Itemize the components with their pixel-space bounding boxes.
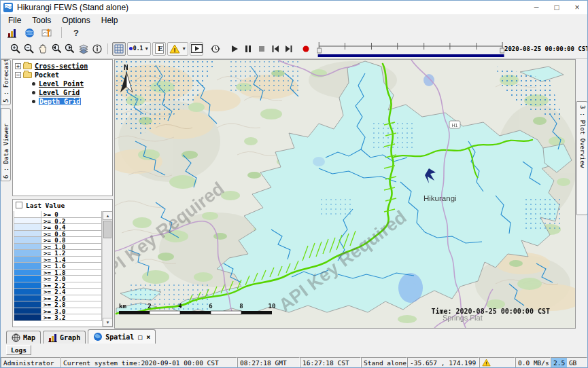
tab-graph[interactable]: Graph [43, 331, 86, 344]
map-canvas[interactable]: H1 Hikurangi Springs Flat API Key Requir… [115, 60, 575, 328]
tree-item-level-point[interactable]: Level Point [14, 79, 111, 88]
svg-text:6: 6 [209, 303, 212, 310]
tree-item-label-selected[interactable]: Depth Grid [39, 98, 81, 105]
map-viewport[interactable]: H1 Hikurangi Springs Flat API Key Requir… [114, 59, 576, 329]
zoom-next-button[interactable] [63, 42, 77, 56]
pause-icon [243, 44, 253, 54]
menu-item[interactable]: File [3, 15, 27, 26]
menu-item[interactable]: Tools [27, 15, 56, 26]
layers-panel: + Cross-section − Pocket Level Point Lev… [11, 59, 114, 329]
pause-button[interactable] [241, 42, 255, 56]
last-value-checkbox[interactable] [16, 202, 22, 208]
record-button[interactable] [299, 42, 313, 56]
scroll-down-button[interactable]: ▼ [103, 318, 113, 327]
show-grid-button[interactable] [112, 42, 126, 56]
toolbar-separator [61, 27, 62, 38]
scroll-thumb[interactable] [103, 221, 111, 238]
left-tab-strip: 5 : Forecast 6 : Data Viewer [1, 59, 11, 329]
graph-bars-icon [48, 333, 57, 342]
legend-label: >= 0.2 [41, 218, 66, 224]
legend-swatch [14, 308, 41, 314]
tree-item-label[interactable]: Pocket [35, 71, 59, 79]
skip-to-start-icon [271, 44, 280, 54]
legend-swatch [14, 237, 41, 243]
north-label: N [124, 63, 128, 72]
zoom-out-icon [24, 43, 35, 54]
info-button[interactable] [90, 42, 104, 56]
legend-e-icon: E [155, 43, 164, 54]
close-tab-icon[interactable]: × [146, 333, 150, 341]
map-globe-icon [12, 333, 20, 342]
warnings-dropdown[interactable]: ! ▼ [167, 42, 188, 56]
tab-forecast[interactable]: 5 : Forecast [1, 59, 11, 105]
grid-threshold-dropdown[interactable]: 0.1 ▼ [127, 42, 151, 56]
road-shield: H1 [449, 121, 460, 128]
layers-icon [78, 43, 89, 54]
menu-item[interactable]: Help [96, 15, 124, 26]
collapse-icon[interactable]: − [15, 72, 21, 78]
tree-item-depth-grid[interactable]: Depth Grid [14, 97, 111, 106]
status-user: Administrator [1, 357, 60, 368]
go-to-start-button[interactable] [269, 42, 282, 56]
minimize-button[interactable]: – [526, 1, 547, 14]
animation-settings-button[interactable] [209, 42, 222, 56]
status-network-rate: 0.0 MB/s [515, 357, 551, 368]
map-toolbar: 0.1 ▼ E ! ▼ [1, 39, 587, 59]
legend-swatch [14, 314, 41, 320]
folder-icon [23, 63, 32, 69]
zoom-previous-icon [51, 43, 62, 54]
slider-handle-start[interactable] [317, 48, 321, 53]
tab-plot-overview[interactable]: 3 : Plot Overview [576, 101, 588, 215]
tree-item-label[interactable]: Level Grid [39, 89, 80, 96]
main-toolbar: ? [1, 26, 587, 39]
time-slider[interactable] [317, 40, 504, 58]
legend-swatch [14, 289, 41, 295]
timeseries-dialog-button[interactable] [40, 26, 54, 39]
status-warning-cell: ! [479, 357, 515, 368]
tree-item-label[interactable]: Cross-section [35, 62, 88, 70]
close-button[interactable]: × [567, 1, 587, 14]
menu-item[interactable]: Options [56, 15, 95, 26]
scroll-up-button[interactable]: ▲ [103, 211, 113, 220]
detach-tab-icon[interactable]: □ [138, 333, 142, 341]
help-button[interactable]: ? [69, 26, 83, 39]
legend-toggle-button[interactable]: E [152, 42, 166, 56]
maximize-button[interactable]: □ [547, 1, 567, 14]
play-button[interactable] [228, 42, 241, 56]
app-logo-icon [3, 3, 13, 12]
zoom-out-button[interactable] [22, 42, 36, 56]
legend-label: >= 2.4 [41, 289, 66, 295]
map-display-button[interactable] [22, 26, 36, 39]
zoom-previous-button[interactable] [50, 42, 63, 56]
pan-button[interactable] [36, 42, 50, 56]
tab-spatial[interactable]: Spatial □ × [88, 329, 156, 344]
forecast-dialog-button[interactable] [5, 26, 18, 39]
legend-label: >= 2.6 [41, 295, 66, 301]
tree-item-level-grid[interactable]: Level Grid [14, 88, 111, 97]
legend-label: >= 2.8 [41, 301, 66, 308]
expand-icon[interactable]: + [15, 63, 21, 69]
animation-dialog-button[interactable] [190, 42, 203, 56]
tab-map[interactable]: Map [6, 331, 41, 344]
slider-handle-end[interactable] [500, 48, 504, 53]
tab-data-viewer[interactable]: 6 : Data Viewer [1, 108, 11, 181]
layers-button[interactable] [77, 42, 90, 56]
legend-swatch [14, 276, 41, 282]
globe-icon [24, 28, 35, 38]
skip-to-end-icon [284, 44, 294, 54]
legend-swatch [14, 231, 41, 237]
tree-item-label[interactable]: Level Point [39, 80, 84, 88]
application-window: Hikurangi FEWS (Stand alone) – □ × FileT… [0, 0, 588, 368]
zoom-in-button[interactable] [9, 42, 22, 56]
tree-item-cross-section[interactable]: + Cross-section [14, 62, 111, 71]
legend-row[interactable]: >= 3.2 [14, 314, 102, 321]
legend-scrollbar[interactable]: ▲ ▼ [102, 211, 112, 327]
go-to-end-button[interactable] [282, 42, 296, 56]
logs-button[interactable]: Logs [6, 345, 31, 355]
legend-swatch [14, 218, 41, 224]
tree-item-pocket[interactable]: − Pocket [14, 71, 111, 79]
stop-button[interactable] [255, 42, 269, 56]
svg-text:!: ! [485, 361, 487, 367]
status-memory: 2.5 GB [551, 357, 587, 368]
timeseries-icon [41, 28, 52, 38]
